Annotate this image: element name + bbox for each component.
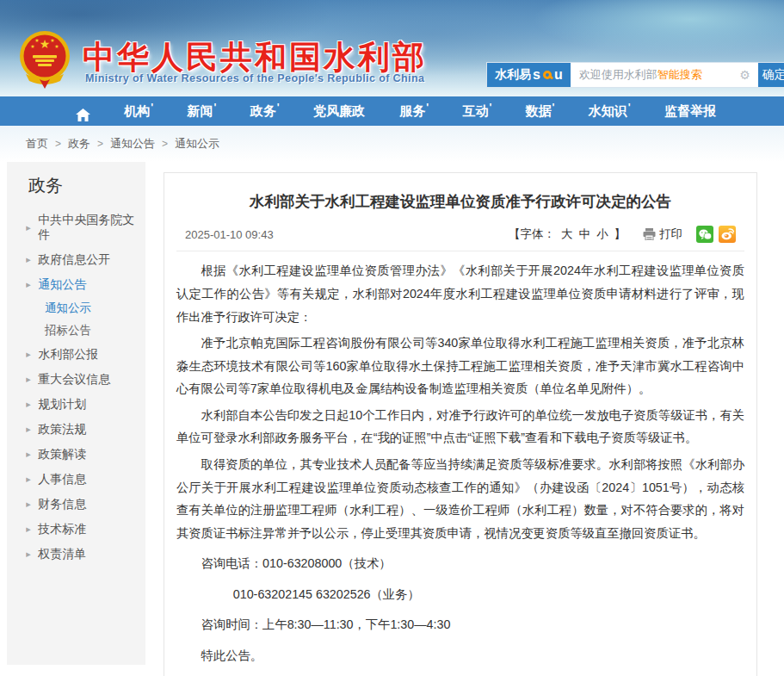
triangle-icon: ▶ bbox=[26, 253, 31, 266]
svg-text:★: ★ bbox=[50, 38, 54, 43]
printer-icon bbox=[643, 228, 656, 240]
search-confirm-button[interactable]: 确定 bbox=[756, 63, 784, 87]
triangle-icon: ▶ bbox=[26, 473, 31, 486]
site-subtitle: Ministry of Water Resources of the Peopl… bbox=[85, 72, 424, 84]
article-body: 根据《水利工程建设监理单位资质管理办法》《水利部关于开展2024年水利工程建设监… bbox=[176, 251, 744, 667]
breadcrumb-separator: > bbox=[162, 138, 168, 150]
svg-text:★: ★ bbox=[30, 44, 34, 49]
contact-phone-line-2: 010-63202145 63202526（业务） bbox=[176, 583, 744, 606]
sidebar-item-renshixinxi[interactable]: ▶人事信息 bbox=[7, 467, 145, 492]
article-container: 水利部关于水利工程建设监理单位资质准予行政许可决定的公告 2025-01-10 … bbox=[164, 172, 757, 676]
breadcrumb-home[interactable]: 首页 bbox=[26, 136, 48, 152]
nav-item-fuwu[interactable]: 服务' bbox=[399, 96, 429, 126]
sidebar-item-huiyixinxi[interactable]: ▶重大会议信息 bbox=[7, 367, 145, 392]
search-placeholder-highlight: 智能搜索 bbox=[657, 67, 702, 83]
nav-item-xinwen[interactable]: 新闻' bbox=[188, 96, 217, 126]
breadcrumb-separator: > bbox=[55, 138, 61, 150]
nav-item-hudong[interactable]: 互动' bbox=[462, 96, 491, 126]
sidebar-item-quanzeqingdan[interactable]: ▶权责清单 bbox=[7, 542, 145, 567]
sidebar-item-gongbao[interactable]: ▶水利部公报 bbox=[7, 342, 145, 367]
breadcrumb-zhengwu[interactable]: 政务 bbox=[68, 136, 90, 152]
home-icon[interactable] bbox=[76, 101, 90, 121]
national-emblem-icon: ★ ★ ★ ★ ★ bbox=[17, 29, 72, 90]
font-label-open: 【字体： bbox=[509, 226, 555, 242]
svg-text:★: ★ bbox=[40, 37, 51, 51]
triangle-icon: ▶ bbox=[26, 220, 31, 233]
breadcrumb-tongzhigongshi[interactable]: 通知公示 bbox=[175, 136, 219, 152]
article-title: 水利部关于水利工程建设监理单位资质准予行政许可决定的公告 bbox=[176, 173, 744, 213]
sidebar-item-zhengcefagui[interactable]: ▶政策法规 bbox=[7, 417, 145, 442]
contact-time-line: 咨询时间：上午8:30—11:30，下午1:30—4:30 bbox=[176, 613, 744, 636]
search-input[interactable]: 欢迎使用水利部 智能搜索 ⚙ bbox=[571, 63, 756, 87]
sidebar-item-zhengcejiedu[interactable]: ▶政策解读 bbox=[7, 442, 145, 467]
triangle-icon: ▶ bbox=[26, 548, 31, 561]
font-size-small[interactable]: 小 bbox=[596, 226, 608, 242]
sidebar-item-guihuajihua[interactable]: ▶规划计划 bbox=[7, 392, 145, 417]
triangle-icon: ▶ bbox=[26, 423, 31, 436]
paragraph: 准予北京帕克国际工程咨询股份有限公司等340家单位取得水利工程施工监理相关资质，… bbox=[176, 332, 744, 400]
sidebar-heading: 政务 bbox=[7, 162, 145, 208]
nav-item-shuizhishi[interactable]: 水知识' bbox=[589, 96, 631, 126]
nav-item-jiandujubao[interactable]: 监督举报 bbox=[664, 96, 717, 126]
wechat-share-icon[interactable] bbox=[696, 226, 713, 243]
font-label-close: 】 bbox=[614, 226, 627, 242]
paragraph: 根据《水利工程建设监理单位资质管理办法》《水利部关于开展2024年水利工程建设监… bbox=[176, 259, 744, 328]
main-nav: 机构' 新闻' 政务' 党风廉政 服务' 互动' 数据' 水知识' 监督举报 bbox=[0, 96, 784, 126]
contact-phone-line-1: 咨询电话：010-63208000（技术） bbox=[176, 552, 744, 575]
print-button[interactable]: 打印 bbox=[643, 226, 682, 242]
search-brand-u: u bbox=[554, 67, 563, 83]
site-banner: ★ ★ ★ ★ ★ 中华人民共和国水利部 Ministry of Water R… bbox=[0, 0, 784, 96]
triangle-icon: ▶ bbox=[26, 523, 31, 536]
sidebar: 政务 ▶中共中央国务院文件 ▶政府信息公开 ▶通知公告 通知公示 招标公告 ▶水… bbox=[7, 162, 145, 665]
sidebar-subitem-zhaobiaogonggao[interactable]: 招标公告 bbox=[7, 319, 145, 342]
triangle-icon: ▶ bbox=[26, 278, 31, 291]
font-size-large[interactable]: 大 bbox=[561, 226, 573, 242]
svg-text:★: ★ bbox=[54, 44, 59, 49]
search-bar: 水利易 s u 欢迎使用水利部 智能搜索 ⚙ 确定 bbox=[486, 62, 784, 88]
main-area: 政务 ▶中共中央国务院文件 ▶政府信息公开 ▶通知公告 通知公示 招标公告 ▶水… bbox=[0, 162, 784, 676]
triangle-icon: ▶ bbox=[26, 448, 31, 461]
paragraph: 水利部自本公告印发之日起10个工作日内，对准予行政许可的单位统一发放电子资质等级… bbox=[176, 404, 744, 450]
sidebar-item-jishubiaozhun[interactable]: ▶技术标准 bbox=[7, 517, 145, 542]
paragraph: 取得资质的单位，其专业技术人员配备等应当持续满足资质等级标准要求。水利部将按照《… bbox=[176, 453, 744, 544]
breadcrumb: 首页 > 政务 > 通知公告 > 通知公示 bbox=[0, 126, 784, 162]
nav-item-zhengwu[interactable]: 政务' bbox=[250, 96, 280, 126]
nav-item-shuju[interactable]: 数据' bbox=[526, 96, 555, 126]
sidebar-item-xinxigongkai[interactable]: ▶政府信息公开 bbox=[7, 247, 145, 272]
nav-item-dangfeng[interactable]: 党风廉政 bbox=[313, 96, 366, 126]
gear-icon[interactable]: ⚙ bbox=[739, 69, 750, 81]
print-label: 打印 bbox=[659, 226, 682, 242]
triangle-icon: ▶ bbox=[26, 373, 31, 386]
nav-item-jigou[interactable]: 机构' bbox=[124, 96, 153, 126]
breadcrumb-tongzhigonggao[interactable]: 通知公告 bbox=[110, 136, 155, 152]
weibo-share-icon[interactable] bbox=[719, 226, 736, 243]
magnifier-icon bbox=[543, 71, 552, 79]
font-size-medium[interactable]: 中 bbox=[579, 226, 591, 242]
triangle-icon: ▶ bbox=[26, 498, 31, 511]
search-brand-s: s bbox=[533, 67, 540, 83]
sidebar-item-zhonggong-wenjian[interactable]: ▶中共中央国务院文件 bbox=[7, 208, 145, 247]
svg-text:★: ★ bbox=[34, 38, 39, 43]
breadcrumb-separator: > bbox=[97, 138, 103, 150]
publish-date: 2025-01-10 09:43 bbox=[185, 228, 274, 241]
article-meta-row: 2025-01-10 09:43 【字体： 大 中 小 】 bbox=[176, 213, 744, 251]
page: ★ ★ ★ ★ ★ 中华人民共和国水利部 Ministry of Water R… bbox=[0, 0, 784, 676]
triangle-icon: ▶ bbox=[26, 348, 31, 361]
font-size-control: 【字体： 大 中 小 】 bbox=[509, 226, 626, 242]
search-placeholder: 欢迎使用水利部 bbox=[579, 67, 657, 83]
closing-line: 特此公告。 bbox=[176, 644, 744, 667]
sidebar-subitem-tongzhigongshi[interactable]: 通知公示 bbox=[7, 297, 145, 319]
search-brand-cn: 水利易 bbox=[495, 67, 531, 83]
triangle-icon: ▶ bbox=[26, 398, 31, 411]
sidebar-item-caiwuxinxi[interactable]: ▶财务信息 bbox=[7, 492, 145, 517]
search-brand: 水利易 s u bbox=[487, 63, 571, 87]
sidebar-item-tongzhigonggao[interactable]: ▶通知公告 bbox=[7, 272, 145, 297]
